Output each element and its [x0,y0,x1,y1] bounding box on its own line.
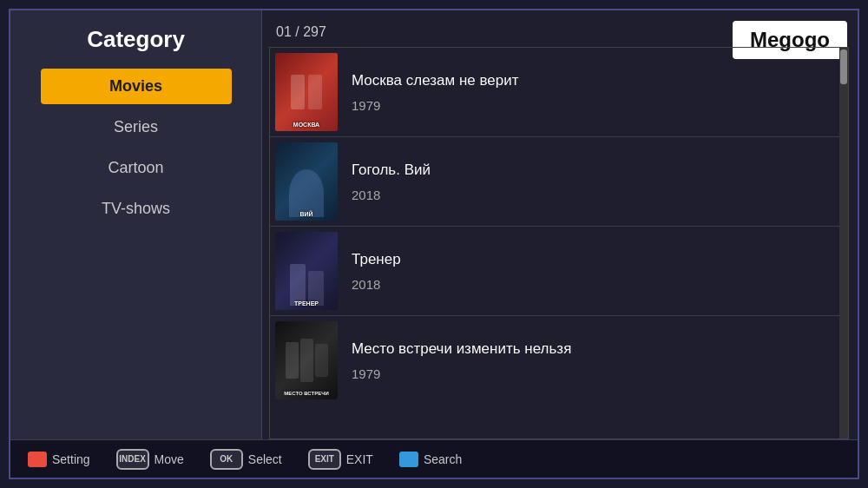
ok-button-icon: OK [210,449,243,470]
movie-title-1: Москва слезам не верит [352,72,519,89]
main-content: Category Movies Series Cartoon TV-shows … [10,10,858,439]
bottom-item-select: OK Select [210,449,282,470]
movie-year-3: 2018 [352,277,401,292]
exit-button-icon: EXIT [308,449,341,470]
movie-thumbnail-3: ТРЕНЕР [275,232,338,310]
exit-label: EXIT [346,452,373,466]
movie-title-4: Место встречи изменить нельзя [352,340,571,358]
sidebar-item-tvshows[interactable]: TV-shows [41,191,232,227]
red-button-icon [28,452,47,467]
bottom-item-setting: Setting [28,452,90,467]
movie-item-3[interactable]: ТРЕНЕР Тренер 2018 [270,227,848,316]
bottom-bar: Setting INDEX Move OK Select EXIT EXIT [10,439,858,478]
movie-title-2: Гоголь. Вий [352,162,431,179]
movie-info-2: Гоголь. Вий 2018 [352,162,431,202]
movie-item-2[interactable]: ВИЙ Гоголь. Вий 2018 [270,137,848,227]
movie-thumbnail-1: МОСКВА [275,53,338,131]
sidebar: Category Movies Series Cartoon TV-shows [10,10,262,439]
movie-info-1: Москва слезам не верит 1979 [352,72,519,113]
blue-button-icon [399,452,418,467]
scrollbar-track[interactable] [839,48,848,439]
select-label: Select [248,452,282,466]
movie-item-1[interactable]: МОСКВА Москва слезам не верит 1979 [270,48,848,137]
movie-title-3: Тренер [352,251,401,268]
move-label: Move [155,452,184,466]
bottom-item-search: Search [399,452,462,467]
sidebar-item-cartoon[interactable]: Cartoon [41,150,232,186]
right-panel: Megogo 01 / 297 МОСКВ [262,10,858,439]
movie-thumbnail-4: МЕСТО ВСТРЕЧИ [275,321,338,399]
movie-list: МОСКВА Москва слезам не верит 1979 [269,47,849,439]
index-button-icon: INDEX [116,449,149,470]
sidebar-item-movies[interactable]: Movies [41,69,232,104]
sidebar-title: Category [87,26,185,53]
movie-thumbnail-2: ВИЙ [275,142,338,221]
setting-label: Setting [52,452,90,466]
bottom-item-move: INDEX Move [116,449,184,470]
movie-year-1: 1979 [352,98,519,113]
sidebar-item-series[interactable]: Series [41,109,232,145]
movie-year-4: 1979 [352,366,571,381]
movie-info-4: Место встречи изменить нельзя 1979 [352,340,571,381]
movie-item-4[interactable]: МЕСТО ВСТРЕЧИ Место встречи изменить нел… [270,316,848,405]
scrollbar-thumb [840,49,847,84]
search-label: Search [424,452,462,466]
app-container: Category Movies Series Cartoon TV-shows … [9,9,859,479]
movie-info-3: Тренер 2018 [352,251,401,292]
bottom-item-exit: EXIT EXIT [308,449,373,470]
movie-year-2: 2018 [352,188,431,202]
